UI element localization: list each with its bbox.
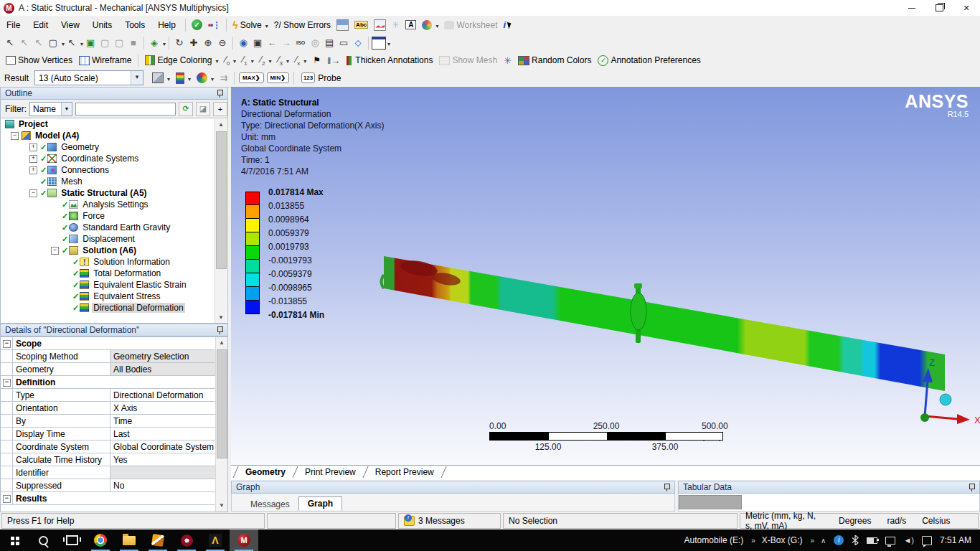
taskbar-search-button[interactable] bbox=[29, 529, 57, 551]
action-center-icon[interactable] bbox=[922, 536, 932, 545]
tab-messages[interactable]: Messages bbox=[242, 498, 298, 511]
details-section-definition[interactable]: Definition bbox=[1, 376, 216, 389]
tree-item-equivalent-elastic-strain[interactable]: Equivalent Elastic Strain bbox=[1, 279, 227, 291]
collapse-icon[interactable] bbox=[51, 247, 59, 255]
details-row[interactable]: TypeDirectional Deformation bbox=[1, 389, 216, 402]
volume-icon[interactable]: ◄) bbox=[903, 536, 914, 545]
taskbar-file-explorer[interactable] bbox=[115, 529, 143, 551]
tree-item-static-structural[interactable]: Static Structural (A5) bbox=[1, 187, 227, 199]
filter-refresh-icon[interactable]: ⟳ bbox=[179, 102, 193, 116]
details-section-results[interactable]: Results bbox=[1, 492, 216, 505]
menu-tools[interactable]: Tools bbox=[118, 18, 151, 32]
tree-item-equivalent-stress[interactable]: Equivalent Stress bbox=[1, 291, 227, 302]
graphics-viewport[interactable]: A: Static Structural Directional Deforma… bbox=[231, 87, 980, 465]
tree-item-connections[interactable]: Connections bbox=[1, 164, 227, 176]
label-icon[interactable]: A bbox=[402, 19, 419, 31]
smooth-contour-icon[interactable] bbox=[194, 71, 217, 85]
tree-item-displacement[interactable]: Displacement bbox=[1, 233, 227, 245]
explode-view-icon[interactable]: ✳ bbox=[501, 54, 514, 67]
edge-coloring-dropdown[interactable]: Edge Coloring bbox=[142, 54, 221, 67]
manage-views-icon[interactable]: ▤ bbox=[322, 37, 336, 50]
details-row[interactable]: Display TimeLast bbox=[1, 428, 216, 441]
result-scale-combobox[interactable]: 13 (Auto Scale) ▼ bbox=[34, 70, 143, 85]
edge-direction-2-icon[interactable]: ∕2 bbox=[258, 52, 275, 68]
expand-icon[interactable] bbox=[29, 166, 37, 174]
tree-item-analysis-settings[interactable]: Analysis Settings bbox=[1, 199, 227, 210]
details-row[interactable]: OrientationX Axis bbox=[1, 402, 216, 415]
iso-view-icon[interactable]: ISO bbox=[293, 37, 308, 50]
filter-clear-icon[interactable]: ◪ bbox=[196, 102, 210, 116]
select-box-icon[interactable]: ▢ bbox=[46, 37, 60, 50]
tree-item-project[interactable]: Project bbox=[1, 118, 227, 130]
filter-type-dropdown[interactable]: Name▼ bbox=[29, 102, 72, 116]
details-row[interactable]: SuppressedNo bbox=[1, 479, 216, 492]
show-vertices-button[interactable]: Show Vertices bbox=[3, 54, 75, 67]
tree-item-mesh[interactable]: Mesh bbox=[1, 176, 227, 187]
tab-geometry[interactable]: Geometry bbox=[236, 466, 295, 479]
tree-item-total-deformation[interactable]: Total Deformation bbox=[1, 268, 227, 279]
hidden-icons-chevron[interactable]: ∧ bbox=[821, 537, 826, 545]
viewports-icon[interactable] bbox=[372, 37, 386, 50]
show-errors-button[interactable]: ?/ Show Errors bbox=[271, 19, 334, 32]
taskbar-app-tool[interactable] bbox=[143, 529, 172, 551]
status-messages[interactable]: 3 Messages bbox=[398, 513, 501, 529]
pan-icon[interactable]: ✚ bbox=[187, 37, 201, 50]
tab-print-preview[interactable]: Print Preview bbox=[296, 466, 365, 479]
collapse-icon[interactable] bbox=[29, 189, 37, 197]
tree-item-solution-information[interactable]: Solution Information bbox=[1, 256, 227, 268]
generate-icon[interactable] bbox=[189, 18, 205, 32]
expand-icon[interactable] bbox=[29, 155, 37, 163]
pin-icon[interactable] bbox=[217, 326, 223, 334]
thicken-annotations-button[interactable]: Thicken Annotations bbox=[344, 54, 435, 67]
taskbar-ansys-workbench[interactable] bbox=[201, 529, 230, 551]
details-row[interactable]: Scoping MethodGeometry Selection bbox=[1, 350, 216, 363]
drive-e-label[interactable]: Automobile (E:) bbox=[684, 535, 744, 545]
tree-item-directional-deformation[interactable]: Directional Deformation bbox=[1, 302, 227, 314]
edge-direction-flag-icon[interactable]: ⚑ bbox=[310, 54, 324, 67]
taskbar-chrome[interactable] bbox=[86, 529, 115, 551]
selection-information-icon[interactable]: i bbox=[501, 18, 515, 32]
taskbar-media-app[interactable] bbox=[172, 529, 201, 551]
probe-button[interactable]: 123Probe bbox=[297, 72, 345, 83]
taskbar-ansys-mechanical[interactable] bbox=[230, 529, 258, 551]
annotation-preferences-button[interactable]: ✓Annotation Preferences bbox=[595, 54, 703, 67]
tree-item-force[interactable]: Force bbox=[1, 210, 227, 222]
box-zoom-icon[interactable]: ▣ bbox=[250, 37, 265, 50]
menu-edit[interactable]: Edit bbox=[27, 18, 55, 32]
tree-item-coordinate-systems[interactable]: Coordinate Systems bbox=[1, 153, 227, 164]
close-button[interactable]: ✕ bbox=[953, 0, 980, 16]
minimize-button[interactable] bbox=[898, 0, 925, 16]
thickness-split-icon[interactable]: ‖→ bbox=[324, 54, 343, 67]
collapse-icon[interactable] bbox=[11, 132, 19, 140]
zoom-icon[interactable]: ⊖ bbox=[215, 37, 230, 50]
task-view-button[interactable] bbox=[57, 529, 86, 551]
chevron-icon[interactable]: » bbox=[811, 537, 814, 545]
network-icon[interactable] bbox=[885, 537, 895, 545]
connections-refresh-icon[interactable]: • bbox=[205, 19, 223, 32]
image-capture-icon[interactable] bbox=[419, 19, 441, 32]
geometry-display-icon[interactable] bbox=[149, 71, 173, 85]
details-scrollbar[interactable]: ▲ ▼ bbox=[215, 337, 227, 512]
previous-view-icon[interactable]: ← bbox=[265, 37, 279, 50]
bluetooth-icon[interactable] bbox=[852, 535, 859, 545]
details-row[interactable]: ByTime bbox=[1, 415, 216, 428]
details-row[interactable]: GeometryAll Bodies bbox=[1, 363, 216, 376]
start-button[interactable] bbox=[0, 529, 29, 551]
edge-direction-1-icon[interactable]: ∕1 bbox=[240, 52, 257, 68]
contour-bands-icon[interactable] bbox=[173, 71, 194, 85]
extend-selection-icon[interactable]: ◈ bbox=[147, 37, 161, 50]
rotate-icon[interactable]: ↻ bbox=[172, 37, 187, 50]
zoom-in-icon[interactable]: ⊕ bbox=[201, 37, 215, 50]
clock[interactable]: 7:51 AM bbox=[940, 535, 971, 545]
details-row[interactable]: Identifier bbox=[1, 466, 216, 479]
select-mode-icon[interactable]: ↖ bbox=[3, 37, 17, 50]
min-probe-button[interactable]: MIN❯ bbox=[267, 72, 289, 83]
edge-direction-3-icon[interactable]: ∕3 bbox=[275, 52, 292, 68]
menu-help[interactable]: Help bbox=[151, 18, 182, 32]
expand-all-icon[interactable]: + bbox=[213, 102, 227, 116]
details-row[interactable]: Coordinate SystemGlobal Coordinate Syste… bbox=[1, 441, 216, 453]
ruler-icon[interactable]: ▭ bbox=[336, 37, 351, 50]
pin-icon[interactable] bbox=[217, 89, 223, 98]
tab-report-preview[interactable]: Report Preview bbox=[366, 466, 443, 479]
chevron-icon[interactable]: » bbox=[751, 537, 754, 545]
